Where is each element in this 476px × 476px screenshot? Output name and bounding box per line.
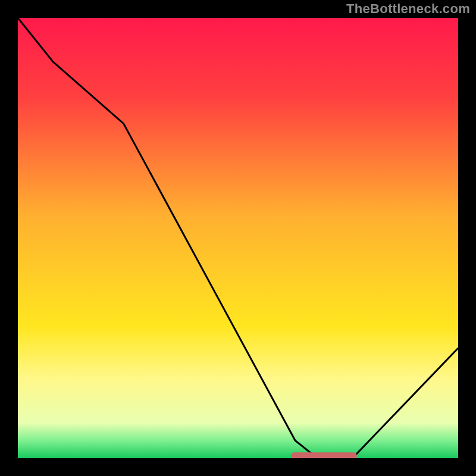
watermark-text: TheBottleneck.com <box>346 1 470 17</box>
plot-area <box>18 18 458 458</box>
chart-container: TheBottleneck.com <box>0 0 476 476</box>
gradient-background <box>18 18 458 458</box>
optimal-zone-marker <box>291 452 357 458</box>
chart-svg <box>18 18 458 458</box>
